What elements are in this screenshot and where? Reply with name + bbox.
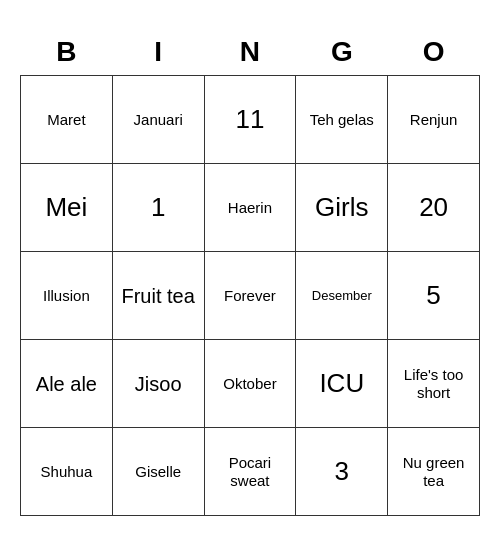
- cell-r3-c0: Ale ale: [21, 340, 113, 428]
- cell-r3-c4: Life's too short: [388, 340, 480, 428]
- cell-r1-c1: 1: [112, 164, 204, 252]
- bingo-header-I: I: [112, 28, 204, 76]
- bingo-header-N: N: [204, 28, 296, 76]
- cell-r0-c4: Renjun: [388, 76, 480, 164]
- cell-r4-c2: Pocari sweat: [204, 428, 296, 516]
- cell-r4-c1: Giselle: [112, 428, 204, 516]
- cell-r4-c4: Nu green tea: [388, 428, 480, 516]
- cell-r2-c0: Illusion: [21, 252, 113, 340]
- cell-r1-c0: Mei: [21, 164, 113, 252]
- cell-r2-c2: Forever: [204, 252, 296, 340]
- cell-r4-c3: 3: [296, 428, 388, 516]
- cell-r4-c0: Shuhua: [21, 428, 113, 516]
- cell-r3-c1: Jisoo: [112, 340, 204, 428]
- cell-r0-c0: Maret: [21, 76, 113, 164]
- bingo-header-G: G: [296, 28, 388, 76]
- cell-r0-c1: Januari: [112, 76, 204, 164]
- cell-r0-c3: Teh gelas: [296, 76, 388, 164]
- cell-r0-c2: 11: [204, 76, 296, 164]
- cell-r1-c3: Girls: [296, 164, 388, 252]
- cell-r1-c2: Haerin: [204, 164, 296, 252]
- cell-r2-c3: Desember: [296, 252, 388, 340]
- cell-r2-c4: 5: [388, 252, 480, 340]
- bingo-card: BINGO MaretJanuari11Teh gelasRenjunMei1H…: [20, 28, 480, 517]
- bingo-header-B: B: [21, 28, 113, 76]
- cell-r3-c3: ICU: [296, 340, 388, 428]
- cell-r3-c2: Oktober: [204, 340, 296, 428]
- cell-r1-c4: 20: [388, 164, 480, 252]
- cell-r2-c1: Fruit tea: [112, 252, 204, 340]
- bingo-header-O: O: [388, 28, 480, 76]
